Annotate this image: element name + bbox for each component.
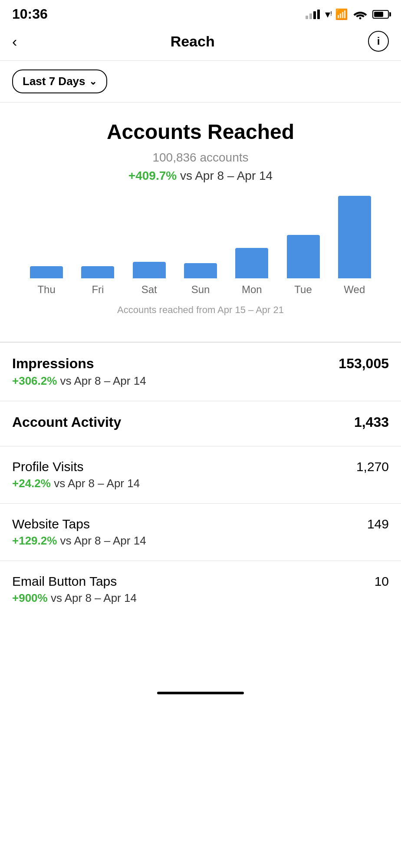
- website-taps-change-positive: +129.2%: [12, 534, 57, 547]
- back-button[interactable]: ‹: [12, 33, 17, 50]
- bar-chart: ThuFriSatSunMonTueWed Accounts reached f…: [12, 200, 389, 324]
- email-button-taps-change-suffix: vs Apr 8 – Apr 14: [48, 591, 137, 604]
- info-button[interactable]: i: [368, 31, 389, 52]
- accounts-reached-section: Accounts Reached 100,836 accounts +409.7…: [0, 102, 401, 342]
- website-taps-item: Website Taps 149 +129.2% vs Apr 8 – Apr …: [0, 503, 401, 561]
- impressions-change-positive: +306.2%: [12, 374, 57, 387]
- accounts-reached-title: Accounts Reached: [12, 120, 389, 144]
- nav-header: ‹ Reach i: [0, 26, 401, 60]
- page-title: Reach: [171, 33, 215, 50]
- chart-bar: [133, 262, 166, 278]
- impressions-item: Impressions 153,005 +306.2% vs Apr 8 – A…: [0, 342, 401, 401]
- chart-bar-label: Wed: [344, 284, 365, 296]
- wifi-icon: [353, 9, 367, 20]
- email-button-taps-value: 10: [375, 574, 389, 589]
- chart-bar: [235, 248, 268, 278]
- accounts-change-positive: +409.7%: [128, 169, 177, 182]
- filter-section: Last 7 Days ⌄: [0, 61, 401, 102]
- chart-bar-group: Sat: [124, 262, 175, 296]
- impressions-change: +306.2% vs Apr 8 – Apr 14: [12, 374, 389, 388]
- stats-section: Impressions 153,005 +306.2% vs Apr 8 – A…: [0, 342, 401, 618]
- account-activity-value: 1,433: [354, 414, 389, 430]
- email-button-taps-label: Email Button Taps: [12, 574, 117, 589]
- chart-caption: Accounts reached from Apr 15 – Apr 21: [16, 304, 385, 324]
- chart-bar: [338, 196, 371, 278]
- website-taps-value: 149: [367, 517, 389, 531]
- profile-visits-label: Profile Visits: [12, 459, 84, 474]
- email-button-taps-change: +900% vs Apr 8 – Apr 14: [12, 591, 389, 605]
- impressions-value: 153,005: [339, 356, 389, 372]
- chart-bar-label: Sun: [191, 284, 210, 296]
- chart-bar-label: Thu: [37, 284, 55, 296]
- profile-visits-item: Profile Visits 1,270 +24.2% vs Apr 8 – A…: [0, 446, 401, 503]
- website-taps-change-suffix: vs Apr 8 – Apr 14: [57, 534, 146, 547]
- chart-bar-group: Tue: [277, 235, 329, 296]
- profile-visits-change: +24.2% vs Apr 8 – Apr 14: [12, 477, 389, 490]
- chart-bar: [81, 266, 114, 278]
- battery-icon: [372, 10, 389, 19]
- chart-bars-container: ThuFriSatSunMonTueWed: [16, 200, 385, 296]
- accounts-reached-change: +409.7% vs Apr 8 – Apr 14: [12, 169, 389, 183]
- chart-bar-label: Sat: [141, 284, 157, 296]
- filter-label: Last 7 Days: [23, 75, 85, 88]
- profile-visits-value: 1,270: [356, 459, 389, 474]
- chart-bar-label: Tue: [294, 284, 312, 296]
- wifi-icon: ▾ᵎ 📶: [325, 8, 348, 20]
- account-activity-label: Account Activity: [12, 414, 121, 430]
- accounts-change-suffix: vs Apr 8 – Apr 14: [177, 169, 273, 182]
- impressions-label: Impressions: [12, 356, 94, 372]
- date-filter-button[interactable]: Last 7 Days ⌄: [12, 69, 107, 93]
- signal-icon: [306, 10, 320, 19]
- chart-bar: [184, 263, 217, 278]
- svg-point-0: [359, 17, 362, 19]
- profile-visits-change-positive: +24.2%: [12, 477, 51, 490]
- status-icons: ▾ᵎ 📶: [306, 8, 389, 20]
- chart-bar: [30, 266, 63, 278]
- account-activity-item: Account Activity 1,433: [0, 401, 401, 446]
- chart-bar-group: Mon: [226, 248, 277, 296]
- chevron-down-icon: ⌄: [89, 76, 97, 87]
- chart-bar-group: Thu: [21, 266, 72, 296]
- chart-bar-label: Mon: [242, 284, 262, 296]
- profile-visits-change-suffix: vs Apr 8 – Apr 14: [51, 477, 140, 490]
- status-time: 10:36: [12, 6, 48, 22]
- status-bar: 10:36 ▾ᵎ 📶: [0, 0, 401, 26]
- chart-bar-group: Fri: [72, 266, 123, 296]
- accounts-reached-count: 100,836 accounts: [12, 151, 389, 165]
- email-button-taps-item: Email Button Taps 10 +900% vs Apr 8 – Ap…: [0, 561, 401, 618]
- website-taps-label: Website Taps: [12, 517, 90, 531]
- chart-bar-group: Sun: [175, 263, 226, 296]
- chart-bar-label: Fri: [92, 284, 104, 296]
- home-indicator: [157, 692, 244, 694]
- website-taps-change: +129.2% vs Apr 8 – Apr 14: [12, 534, 389, 548]
- chart-bar-group: Wed: [329, 196, 380, 296]
- email-button-taps-change-positive: +900%: [12, 591, 48, 604]
- home-indicator-area: [0, 618, 401, 705]
- chart-bar: [287, 235, 320, 278]
- impressions-change-suffix: vs Apr 8 – Apr 14: [57, 374, 146, 387]
